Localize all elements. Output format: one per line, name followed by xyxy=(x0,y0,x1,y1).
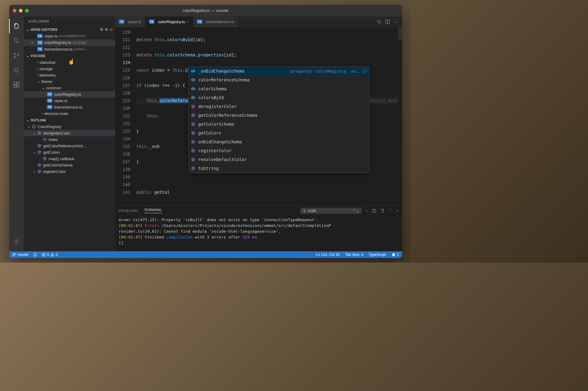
activity-settings[interactable] xyxy=(9,234,24,249)
more-icon[interactable]: ⋯ xyxy=(168,209,171,213)
more-icon[interactable]: ⋯ xyxy=(394,19,398,25)
tree-item[interactable]: ⌄theme xyxy=(24,78,115,85)
suggest-item[interactable]: toString xyxy=(189,164,369,173)
editor-body[interactable]: 1201211221231241251261271281291301311321… xyxy=(115,27,402,206)
sidebar-title: EXPLORER xyxy=(24,16,115,26)
extensions-icon xyxy=(13,81,20,88)
outline-item[interactable]: getColorReferenceSch… xyxy=(24,143,115,149)
open-editor-item[interactable]: × TS colorRegistry.ts src/vs/pl… xyxy=(24,39,115,46)
open-editor-item[interactable]: TS themeService.ts src/vs/… xyxy=(24,46,115,52)
tree-label: common xyxy=(46,86,62,90)
outline-item[interactable]: index xyxy=(24,136,115,143)
tree-item[interactable]: TSthemeService.ts xyxy=(24,104,115,110)
term-ms: 329 ms xyxy=(243,235,257,239)
status-problems[interactable]: 0 0 xyxy=(41,253,58,257)
suggest-item[interactable]: resolveDefaultColor xyxy=(189,155,369,164)
suggest-widget[interactable]: _onDidChangeSchema(property) ColorRegist… xyxy=(188,66,370,173)
tree-item[interactable]: ›electron-main xyxy=(24,110,115,117)
save-all-icon[interactable]: ⧉ xyxy=(105,27,108,31)
term-task: compilation xyxy=(166,235,193,239)
tab-styler[interactable]: TS styler.ts xyxy=(115,16,145,27)
info-icon[interactable]: ⓘ xyxy=(363,67,367,75)
split-terminal-icon[interactable] xyxy=(372,209,376,213)
status-sync[interactable] xyxy=(33,253,37,257)
suggest-item[interactable]: getColors xyxy=(189,129,369,138)
tree-item[interactable]: TSstyler.ts xyxy=(24,98,115,104)
compare-icon[interactable] xyxy=(377,19,381,24)
panel-tabs: PROBLEMS TERMINAL ⋯ 1: node ⌃⌄ + xyxy=(115,206,402,216)
minimize-window-button[interactable] xyxy=(19,9,23,13)
tree-item[interactable]: TScolorRegistry.ts xyxy=(24,91,115,98)
section-outline[interactable]: ⌄ OUTLINE xyxy=(24,117,115,124)
minimap-slider[interactable] xyxy=(398,27,402,39)
suggest-item[interactable]: colorReferenceSchema xyxy=(189,76,369,84)
ts-icon: TS xyxy=(47,105,52,109)
open-editors-label: OPEN EDITORS xyxy=(30,28,58,31)
close-window-button[interactable] xyxy=(13,9,16,13)
chevron-down-icon: ⌄ xyxy=(26,54,30,58)
tab-themeservice[interactable]: TS themeService.ts xyxy=(193,16,238,27)
code-content[interactable]: delete this.colorsById[id]; delete this.… xyxy=(136,27,402,206)
status-position[interactable]: Ln 124, Col 18 xyxy=(316,253,340,257)
status-branch[interactable]: master xyxy=(12,253,29,257)
tree-item[interactable]: ›storage xyxy=(24,66,115,72)
panel-tab-problems[interactable]: PROBLEMS xyxy=(119,209,139,213)
suggest-item[interactable]: colorsById xyxy=(189,93,369,102)
suggest-item[interactable]: getColorSchema xyxy=(189,120,369,129)
outline-item[interactable]: ⌄getColors xyxy=(24,149,115,156)
close-panel-icon[interactable]: × xyxy=(396,209,398,213)
terminal-selector[interactable]: 1: node ⌃⌄ xyxy=(300,208,361,214)
outline-item[interactable]: ⌄registerColor xyxy=(24,168,115,175)
activity-extensions[interactable] xyxy=(9,77,24,92)
titlebar[interactable]: colorRegistry.ts — vscode xyxy=(9,5,402,16)
activity-source-control[interactable] xyxy=(9,48,24,63)
method-icon xyxy=(191,104,196,109)
minimap[interactable] xyxy=(398,27,402,206)
maximize-window-button[interactable] xyxy=(25,9,29,13)
suggest-item[interactable]: getColorReferenceSchema xyxy=(189,111,369,120)
open-editor-item[interactable]: TS styler.ts src/vs/platform/t… xyxy=(24,33,115,39)
status-notifications[interactable]: 2 xyxy=(391,253,399,257)
trash-icon[interactable] xyxy=(381,209,385,213)
chevron-right-icon: › xyxy=(37,73,38,77)
method-icon xyxy=(37,169,41,174)
suggest-item[interactable]: _onDidChangeSchema(property) ColorRegist… xyxy=(189,67,369,76)
outline-item[interactable]: ⌄ColorRegistry xyxy=(24,124,115,130)
method-icon xyxy=(191,113,196,117)
close-icon[interactable]: × xyxy=(187,20,189,24)
close-icon[interactable]: × xyxy=(31,40,36,45)
new-file-icon[interactable]: ⊞ xyxy=(100,27,103,31)
suggest-item[interactable]: colorSchema xyxy=(189,84,369,93)
tab-colorregistry[interactable]: TS colorRegistry.ts × xyxy=(145,16,193,27)
status-tabsize[interactable]: Tab Size: 4 xyxy=(345,253,363,257)
suggest-label: toString xyxy=(198,165,219,172)
outline-item[interactable]: getColorSchema xyxy=(24,162,115,168)
tree-item[interactable]: ⌄common xyxy=(24,85,115,91)
chevron-up-icon[interactable]: ⌃ xyxy=(389,209,392,213)
ts-icon: TS xyxy=(37,41,43,45)
suggest-item[interactable]: deregisterColor xyxy=(189,102,369,111)
close-all-icon[interactable]: ▭ xyxy=(109,27,113,31)
tree-item[interactable]: ›telemetry xyxy=(24,72,115,78)
panel-tab-terminal[interactable]: TERMINAL xyxy=(144,208,162,213)
svg-point-13 xyxy=(12,253,14,254)
outline-label: getColorReferenceSch… xyxy=(43,144,87,148)
section-open-editors[interactable]: ⌄ OPEN EDITORS ⊞ ⧉ ▭ xyxy=(24,26,115,33)
activity-debug[interactable] xyxy=(9,63,24,77)
vscode-window: colorRegistry.ts — vscode xyxy=(9,5,402,258)
terminal-body[interactable]: erver.ts(475,15): Property 'isBuilt' doe… xyxy=(115,216,402,251)
activity-explorer[interactable] xyxy=(9,19,24,34)
suggest-label: resolveDefaultColor xyxy=(198,156,247,163)
suggest-item[interactable]: onDidChangeSchema xyxy=(189,138,369,146)
main-area: EXPLORER ☝ ⌄ OPEN EDITORS ⊞ ⧉ ▭ TS style… xyxy=(9,16,402,251)
tabs-bar: TS styler.ts TS colorRegistry.ts × TS th… xyxy=(115,16,402,27)
outline-item[interactable]: map() callback xyxy=(24,156,115,162)
status-language[interactable]: TypeScript xyxy=(369,253,386,257)
activity-search[interactable] xyxy=(9,34,24,48)
outline-label: getColors xyxy=(43,150,60,155)
new-terminal-icon[interactable]: + xyxy=(366,209,368,213)
outline-item[interactable]: ⌄deregisterColor xyxy=(24,130,115,136)
svg-point-0 xyxy=(14,38,18,42)
suggest-item[interactable]: registerColor xyxy=(189,146,369,155)
split-editor-icon[interactable] xyxy=(385,19,390,24)
